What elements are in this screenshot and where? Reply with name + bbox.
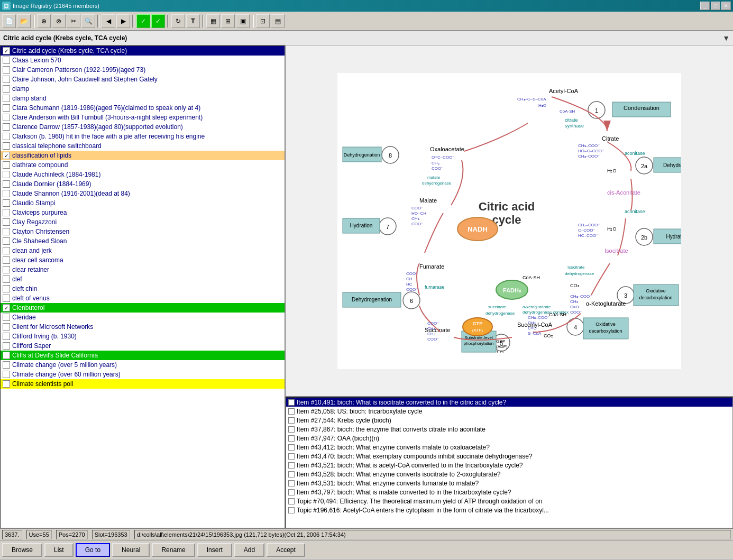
items-panel-item[interactable]: Topic #70,494: Efficiency. The theoretic… bbox=[286, 497, 732, 506]
list-item[interactable]: Claire Johnson, John Caudwell and Stephe… bbox=[1, 75, 285, 84]
browse-button[interactable]: Browse bbox=[2, 543, 42, 557]
list-item-checkbox[interactable]: ✓ bbox=[3, 304, 10, 311]
list-item[interactable]: clathrate compound bbox=[1, 160, 285, 170]
list-item[interactable]: Claudio Stampi bbox=[1, 198, 285, 208]
items-panel-checkbox[interactable] bbox=[288, 453, 295, 460]
goto-button[interactable]: Go to bbox=[76, 543, 110, 557]
items-list[interactable]: Item #10,491: bioch: What is isocitrate … bbox=[286, 397, 733, 528]
list-item-checkbox[interactable] bbox=[3, 276, 10, 283]
list-item-checkbox[interactable] bbox=[3, 66, 10, 74]
green-btn-1[interactable]: ✓ bbox=[136, 14, 150, 28]
items-panel-checkbox[interactable] bbox=[288, 471, 295, 478]
minimize-button[interactable]: _ bbox=[700, 2, 710, 10]
list-item[interactable]: ✓Citric acid cycle (Krebs cycle, TCA cyc… bbox=[1, 46, 285, 56]
list-item-checkbox[interactable]: ✓ bbox=[3, 47, 10, 54]
list-item-checkbox[interactable] bbox=[3, 352, 10, 359]
list-item[interactable]: Clare Anderson with Bill Turnbull (3-hou… bbox=[1, 113, 285, 122]
paste-button[interactable]: ⊗ bbox=[52, 14, 66, 28]
list-item-checkbox[interactable] bbox=[3, 228, 10, 235]
list-item-checkbox[interactable] bbox=[3, 85, 10, 93]
items-panel-checkbox[interactable] bbox=[288, 444, 295, 451]
items-panel-item[interactable]: Item #43,521: bioch: What is acetyl-CoA … bbox=[286, 461, 732, 470]
list-item-checkbox[interactable] bbox=[3, 199, 10, 207]
items-panel-item[interactable]: Item #37,867: bioch: the enzyme that con… bbox=[286, 425, 732, 434]
insert-button[interactable]: Insert bbox=[197, 543, 232, 557]
items-panel-checkbox[interactable] bbox=[288, 417, 295, 424]
items-panel-item[interactable]: Item #27,544: Krebs cycle (bioch) bbox=[286, 416, 732, 425]
list-item-checkbox[interactable] bbox=[3, 104, 10, 112]
items-panel-checkbox[interactable] bbox=[288, 426, 295, 433]
list-item[interactable]: Cliffs at Devil's Slide California bbox=[1, 351, 285, 360]
list-item[interactable]: clear retainer bbox=[1, 265, 285, 274]
grid-btn-2[interactable]: ⊞ bbox=[221, 14, 235, 28]
items-panel-checkbox[interactable] bbox=[288, 489, 295, 495]
grid-btn-3[interactable]: ▣ bbox=[236, 14, 250, 28]
add-button[interactable]: Add bbox=[234, 543, 264, 557]
list-item-checkbox[interactable] bbox=[3, 314, 10, 321]
copy-button[interactable]: ⊕ bbox=[37, 14, 51, 28]
list-item[interactable]: Clay Regazzoni bbox=[1, 217, 285, 227]
list-item-checkbox[interactable] bbox=[3, 209, 10, 216]
items-panel-item[interactable]: Item #43,528: bioch: What enzyme convert… bbox=[286, 470, 732, 479]
item-list[interactable]: ✓Citric acid cycle (Krebs cycle, TCA cyc… bbox=[0, 45, 285, 528]
list-item[interactable]: Claude Dornier (1884-1969) bbox=[1, 179, 285, 189]
list-item-checkbox[interactable] bbox=[3, 76, 10, 83]
list-item-checkbox[interactable] bbox=[3, 171, 10, 178]
items-panel-item[interactable]: Item #10,491: bioch: What is isocitrate … bbox=[286, 398, 732, 407]
list-item[interactable]: Claas Lexion 570 bbox=[1, 56, 285, 65]
list-item-checkbox[interactable] bbox=[3, 266, 10, 273]
list-item[interactable]: clean and jerk bbox=[1, 246, 285, 255]
list-item[interactable]: Clayton Christensen bbox=[1, 227, 285, 236]
list-item-checkbox[interactable] bbox=[3, 247, 10, 254]
list-item[interactable]: Cleridae bbox=[1, 313, 285, 322]
accept-button[interactable]: Accept bbox=[267, 543, 305, 557]
list-item[interactable]: Climate change (over 60 million years) bbox=[1, 370, 285, 379]
list-item-checkbox[interactable] bbox=[3, 295, 10, 302]
green-btn-2[interactable]: ✓ bbox=[151, 14, 165, 28]
list-button[interactable]: List bbox=[44, 543, 74, 557]
close-button[interactable]: ✕ bbox=[721, 2, 731, 10]
grid-btn-1[interactable]: ▦ bbox=[206, 14, 220, 28]
items-panel-item[interactable]: Topic #196,616: Acetyl-CoA enters the cy… bbox=[286, 506, 732, 515]
refresh-button[interactable]: ↻ bbox=[171, 14, 185, 28]
list-item[interactable]: clamp bbox=[1, 84, 285, 94]
list-item[interactable]: Climate change (over 5 million years) bbox=[1, 360, 285, 370]
items-panel-item[interactable]: Item #43,531: bioch: What enzyme convert… bbox=[286, 479, 732, 488]
list-item-checkbox[interactable] bbox=[3, 57, 10, 64]
text-button[interactable]: T bbox=[186, 14, 200, 28]
list-item-checkbox[interactable] bbox=[3, 114, 10, 121]
list-item-checkbox[interactable] bbox=[3, 95, 10, 102]
list-item-checkbox[interactable] bbox=[3, 161, 10, 169]
list-item[interactable]: Clifford Saper bbox=[1, 341, 285, 351]
list-item-checkbox[interactable] bbox=[3, 371, 10, 378]
items-panel-item[interactable]: Item #43,797: bioch: What is malate conv… bbox=[286, 488, 732, 497]
list-item-checkbox[interactable] bbox=[3, 256, 10, 264]
list-item[interactable]: Clifford Irving (b. 1930) bbox=[1, 332, 285, 341]
list-item[interactable]: Client for Microsoft Networks bbox=[1, 322, 285, 332]
list-item-checkbox[interactable] bbox=[3, 180, 10, 188]
list-item[interactable]: Clarkson (b. 1960) hit in the face with … bbox=[1, 132, 285, 141]
new-button[interactable]: 📄 bbox=[2, 14, 16, 28]
items-panel-item[interactable]: Item #37,947: OAA (bioch)(n) bbox=[286, 434, 732, 443]
list-item-checkbox[interactable] bbox=[3, 123, 10, 131]
items-panel-checkbox[interactable] bbox=[288, 435, 295, 442]
items-panel-checkbox[interactable] bbox=[288, 507, 295, 513]
list-item[interactable]: cleft of venus bbox=[1, 293, 285, 303]
back-button[interactable]: ◀ bbox=[102, 14, 115, 28]
list-item[interactable]: Claude Auchinleck (1884-1981) bbox=[1, 170, 285, 179]
list-item-checkbox[interactable] bbox=[3, 237, 10, 245]
breadcrumb-dropdown[interactable]: ▼ bbox=[722, 34, 730, 42]
extra-btn-2[interactable]: ▤ bbox=[271, 14, 285, 28]
extra-btn-1[interactable]: ⊡ bbox=[256, 14, 270, 28]
forward-button[interactable]: ▶ bbox=[116, 14, 130, 28]
list-item[interactable]: Clarence Darrow (1857-1938)(aged 80)(sup… bbox=[1, 122, 285, 132]
list-item-checkbox[interactable] bbox=[3, 190, 10, 197]
items-panel-checkbox[interactable] bbox=[288, 480, 295, 486]
items-panel-checkbox[interactable] bbox=[288, 462, 295, 469]
list-item-checkbox[interactable] bbox=[3, 285, 10, 292]
list-item[interactable]: Climate scientists poll bbox=[1, 379, 285, 389]
list-item[interactable]: Clair Cameron Patterson (1922-1995)(aged… bbox=[1, 65, 285, 75]
items-panel-item[interactable]: Item #43,412: bioch: What enzyme convert… bbox=[286, 443, 732, 452]
list-item[interactable]: ✓classification of lipids bbox=[1, 151, 285, 160]
rename-button[interactable]: Rename bbox=[152, 543, 195, 557]
